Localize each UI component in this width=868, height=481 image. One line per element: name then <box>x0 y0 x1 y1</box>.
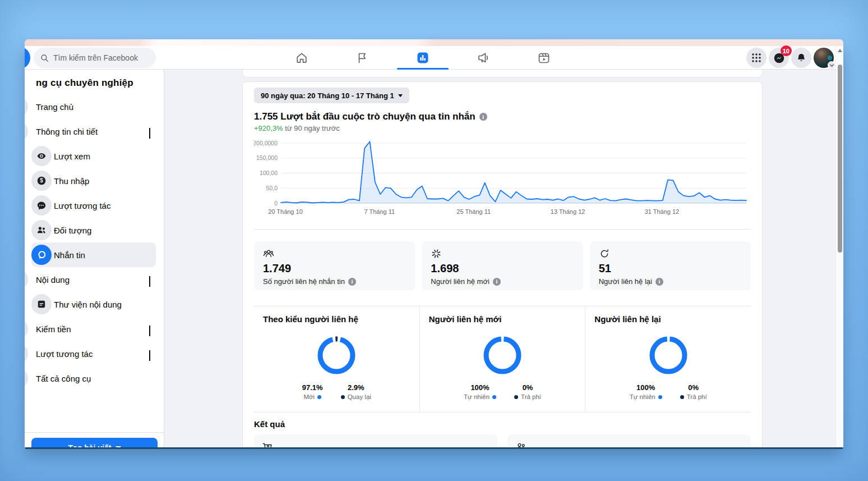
messaging-insights-card: 90 ngày qua: 20 Tháng 10 - 17 Tháng 1 1.… <box>242 81 763 447</box>
reels-icon <box>537 51 551 65</box>
donut-new-contacts: Người liên hệ mới 100% Tự nhiên 0% Trả p… <box>419 306 585 412</box>
sidebar-item-label: Trang chủ <box>31 102 73 112</box>
chevron-down-icon <box>149 326 150 336</box>
circle-placeholder-icon <box>25 269 28 290</box>
svg-text:200,0000: 200,0000 <box>254 140 278 146</box>
donut-legend: 97.1% Mới 2.9% Quay lại <box>263 383 410 400</box>
messenger-badge: 10 <box>781 45 792 56</box>
page-body: ng cụ chuyên nghiệp Trang chủThông tin c… <box>25 70 843 447</box>
svg-text:150,000: 150,000 <box>256 154 278 161</box>
stats-row: 1.749 Số người liên hệ nhắn tin i 1.698 <box>254 241 751 290</box>
stat-value: 1.749 <box>263 262 406 275</box>
tab-home[interactable] <box>271 46 332 70</box>
result-card-contacts <box>507 434 751 447</box>
search-input[interactable] <box>53 53 143 62</box>
sidebar-item-monetization[interactable]: Kiếm tiền <box>31 317 156 341</box>
insights-icon <box>416 51 430 65</box>
messenger-button[interactable]: 10 <box>769 48 789 68</box>
sidebar-item-audience[interactable]: Đối tượng <box>31 218 156 242</box>
change-suffix: từ 90 ngày trước <box>283 124 340 132</box>
people-icon <box>31 220 52 240</box>
comment-icon <box>31 195 52 216</box>
sidebar-item-interactions[interactable]: Lượt tương tác <box>31 193 156 218</box>
donut-chart <box>315 334 358 377</box>
search-bar[interactable] <box>34 48 156 68</box>
tab-insights[interactable] <box>393 46 453 70</box>
legend-dot-blue <box>317 395 321 399</box>
stat-value: 1.698 <box>431 262 574 275</box>
chevron-up-icon <box>149 128 150 138</box>
facebook-header: 10 <box>25 46 843 70</box>
donut-contact-type: Theo kiểu người liên hệ 97.1% Mới 2.9% Q… <box>254 306 419 412</box>
info-icon[interactable]: i <box>479 113 487 121</box>
svg-text:20 Tháng 10: 20 Tháng 10 <box>268 208 303 215</box>
sidebar-item-content-library[interactable]: Thư viện nội dung <box>31 292 156 317</box>
sidebar-item-label: Nội dung <box>31 275 70 285</box>
donut-legend: 100% Tự nhiên 0% Trả phí <box>594 383 742 400</box>
circle-placeholder-icon <box>25 368 28 388</box>
profile-avatar[interactable] <box>814 48 834 68</box>
svg-text:25 Tháng 11: 25 Tháng 11 <box>456 208 491 215</box>
svg-text:100,00: 100,00 <box>260 170 278 176</box>
sidebar-item-all-tools[interactable]: Tất cả công cụ <box>31 366 156 391</box>
sparkle-icon <box>431 248 574 259</box>
sidebar-item-insights[interactable]: Thông tin chi tiết <box>31 119 156 144</box>
tab-reels[interactable] <box>514 46 574 70</box>
donut-title: Người liên hệ lại <box>594 314 742 324</box>
svg-text:50,0: 50,0 <box>266 185 278 191</box>
desktop-background: 10 ng cụ chuyên nghiệp Trang chủThông ti… <box>0 0 868 481</box>
library-icon <box>31 294 52 314</box>
legend-dot-navy <box>680 395 684 399</box>
sidebar-item-label: Tất cả công cụ <box>31 374 91 383</box>
caret-down-icon <box>116 446 121 447</box>
sidebar-item-messaging[interactable]: Nhắn tin <box>31 242 156 267</box>
info-icon[interactable]: i <box>493 278 501 286</box>
notifications-button[interactable] <box>791 48 811 68</box>
info-icon[interactable]: i <box>655 278 663 286</box>
svg-text:7 Tháng 11: 7 Tháng 11 <box>364 208 395 215</box>
donut-chart <box>481 334 524 377</box>
stat-card-returning-contacts: 51 Người liên hệ lại i <box>590 241 751 290</box>
circle-placeholder-icon <box>25 97 28 117</box>
stat-value: 51 <box>599 262 742 275</box>
results-row <box>254 434 751 447</box>
apps-menu-button[interactable] <box>746 48 767 68</box>
date-range-selector[interactable]: 90 ngày qua: 20 Tháng 10 - 17 Tháng 1 <box>254 88 409 103</box>
tab-pages[interactable] <box>332 46 393 70</box>
scroll-up-arrow-icon[interactable] <box>838 49 842 52</box>
legend-item: 100% Tự nhiên <box>464 383 496 400</box>
scrollbar-thumb[interactable] <box>838 65 842 253</box>
vertical-scrollbar[interactable] <box>835 46 843 447</box>
sidebar-title: ng cụ chuyên nghiệp <box>25 70 164 91</box>
info-icon[interactable]: i <box>348 278 356 286</box>
chart-title: 1.755 Lượt bắt đầu cuộc trò chuyện qua t… <box>254 111 475 122</box>
apps-grid-icon <box>751 53 761 63</box>
divider <box>254 229 751 230</box>
chart-title-row: 1.755 Lượt bắt đầu cuộc trò chuyện qua t… <box>254 111 751 122</box>
sidebar-item-content[interactable]: Nội dung <box>31 267 156 292</box>
circle-placeholder-icon <box>25 319 28 339</box>
date-range-label: 90 ngày qua: 20 Tháng 10 - 17 Tháng 1 <box>261 91 394 100</box>
sidebar-item-engagement[interactable]: Lượt tương tác <box>31 341 156 366</box>
people-two-icon <box>515 441 743 447</box>
sidebar-item-views[interactable]: Lượt xem <box>31 144 156 168</box>
sidebar-item-label: Thông tin chi tiết <box>31 127 98 136</box>
account-menu-chevron-icon <box>828 61 835 69</box>
sidebar-item-earnings[interactable]: $Thu nhập <box>31 168 156 193</box>
legend-item: 97.1% Mới <box>302 383 323 400</box>
line-chart: 050,0100,00150,000200,000020 Tháng 107 T… <box>254 139 751 218</box>
megaphone-icon <box>477 51 490 65</box>
chevron-up-icon <box>149 276 150 286</box>
facebook-logo[interactable] <box>25 47 30 69</box>
sidebar-item-home[interactable]: Trang chủ <box>31 94 156 119</box>
stat-label-row: Người liên hệ mới i <box>431 277 574 286</box>
tab-ads[interactable] <box>453 46 514 70</box>
stat-label: Người liên hệ lại <box>599 277 652 286</box>
main-nav-tabs <box>271 46 574 70</box>
create-post-button[interactable]: Tạo bài viết <box>31 438 158 447</box>
donut-chart <box>647 334 690 377</box>
legend-dot-blue <box>658 395 662 399</box>
people-group-icon <box>263 248 406 259</box>
header-actions: 10 <box>746 48 834 68</box>
circle-placeholder-icon <box>25 343 28 364</box>
